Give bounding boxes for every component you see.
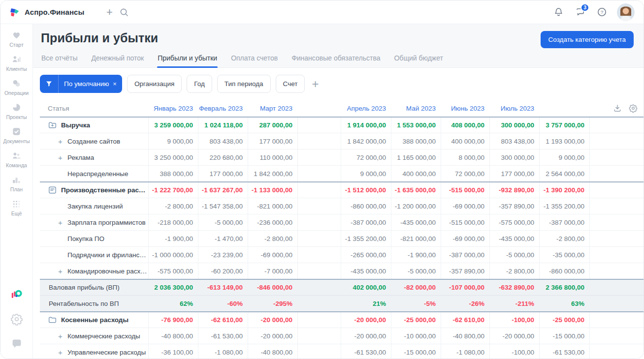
value-cell: -62 610,00 — [198, 312, 248, 328]
expand-plus-icon[interactable]: + — [58, 267, 63, 275]
download-icon[interactable] — [613, 104, 622, 113]
expand-plus-icon[interactable]: + — [58, 153, 63, 162]
value-cell: 402 000,00 — [341, 280, 391, 295]
settings-icon[interactable] — [629, 104, 638, 113]
value-cell: 220 680,00 — [198, 150, 248, 165]
value-cell: -40 800,00 — [441, 328, 489, 344]
value-cell: -60 200,00 — [198, 263, 248, 279]
row-label-cell[interactable]: Производственные расходы — [40, 182, 148, 198]
sidebar-item-team[interactable]: Команда — [1, 150, 32, 168]
tab-5[interactable]: Финансовые обязательства — [291, 53, 381, 67]
expand-plus-icon[interactable]: + — [58, 137, 63, 146]
add-filter-button[interactable]: + — [312, 78, 319, 90]
table-row: Подрядчики и фрилансеры-1 000 000,00-23 … — [40, 246, 644, 263]
sidebar-item-projects[interactable]: Проекты — [1, 102, 32, 120]
column-header-month-1[interactable]: Январь 2023 — [148, 100, 198, 117]
column-header-month-3[interactable]: Март 2023 — [248, 100, 297, 117]
avatar-image — [617, 3, 635, 21]
empty-cell — [297, 296, 341, 311]
brand-color-icon[interactable] — [10, 288, 23, 301]
search-button[interactable] — [117, 5, 131, 20]
folder-icon[interactable] — [48, 315, 57, 325]
column-header-month-6[interactable]: Июнь 2023 — [441, 100, 489, 117]
sidebar-item-label: Ещё — [11, 210, 22, 216]
value-cell: -5 000,00 — [391, 263, 441, 279]
row-label: Подрядчики и фрилансеры — [67, 251, 148, 259]
value-cell: 300 000,00 — [489, 118, 539, 133]
sidebar-item-documents[interactable]: Документы — [1, 126, 32, 144]
row-label-cell[interactable]: Косвенные расходы — [40, 312, 148, 328]
empty-cell — [297, 118, 341, 133]
filter-chip-1[interactable]: Организация — [127, 75, 182, 93]
row-label: Командировочные расходы — [67, 268, 148, 275]
filter-chip-2[interactable]: Год — [187, 75, 212, 93]
create-category-button[interactable]: Создать категорию учета — [541, 31, 634, 48]
row-tail-cell — [589, 344, 644, 359]
speech-bubble-icon[interactable] — [10, 337, 23, 350]
value-cell: 803 438,00 — [489, 133, 539, 149]
tab-4[interactable]: Оплата счетов — [230, 53, 278, 67]
folder-plus-icon[interactable] — [48, 120, 57, 130]
filter-remove-icon[interactable]: × — [113, 80, 117, 88]
pie-icon — [11, 102, 22, 113]
expand-plus-icon[interactable]: + — [58, 332, 63, 340]
tab-3[interactable]: Прибыли и убытки — [157, 53, 218, 67]
help-button[interactable]: ? — [595, 6, 608, 19]
value-cell: -265 000,00 — [341, 247, 391, 263]
value-cell: -860 000,00 — [539, 263, 589, 279]
value-cell: -387 000,00 — [539, 214, 589, 230]
messages-button[interactable]: 3 — [574, 6, 586, 19]
row-label-cell[interactable]: Выручка — [40, 118, 148, 133]
user-avatar[interactable] — [617, 3, 635, 21]
row-tail-cell — [589, 166, 644, 181]
empty-cell — [297, 214, 341, 230]
sidebar-item-clients[interactable]: Клиенты — [1, 54, 32, 72]
table-row: Выручка3 259 000,001 024 118,00287 000,0… — [40, 117, 644, 133]
value-cell: -846 000,00 — [248, 280, 297, 295]
row-label-cell: Покупка ПО — [40, 231, 148, 246]
search-icon — [119, 7, 129, 17]
column-header-month-4[interactable]: Апрель 2023 — [341, 100, 391, 117]
value-cell: -20 000,00 — [248, 312, 297, 328]
column-header-month-2[interactable]: Февраль 2023 — [198, 100, 248, 117]
row-label-cell: Закупка лицензий — [40, 198, 148, 214]
value-cell: -1 355 200,00 — [539, 198, 589, 214]
default-filter-chip[interactable]: По умолчанию × — [40, 75, 122, 93]
column-header-month-7[interactable]: Июль 2023 — [489, 100, 539, 117]
expand-plus-icon[interactable]: + — [58, 218, 63, 227]
app-logo[interactable]: Аспро.Финансы — [9, 7, 84, 18]
expand-plus-icon[interactable]: + — [58, 348, 63, 357]
notifications-button[interactable] — [552, 6, 565, 19]
value-cell: 400 000,00 — [441, 133, 489, 149]
note-icon[interactable] — [48, 185, 57, 195]
value-cell: -20 000,00 — [341, 312, 391, 328]
value-cell: 72 000,00 — [341, 150, 391, 165]
value-cell: -357 890,00 — [489, 198, 539, 214]
value-cell: 1 553 000,00 — [391, 118, 441, 133]
sidebar-item-label: Проекты — [6, 114, 27, 120]
value-cell: -575 000,00 — [489, 214, 539, 230]
filter-chip-4[interactable]: Счет — [276, 75, 305, 93]
sidebar-item-start[interactable]: Старт — [1, 30, 32, 48]
sidebar-item-plan[interactable]: План — [1, 175, 32, 192]
value-cell: -25 000,00 — [539, 312, 589, 328]
sidebar-item-operations[interactable]: Операции — [1, 78, 32, 96]
empty-cell — [297, 133, 341, 149]
value-cell: 9 000,00 — [148, 133, 198, 149]
value-cell: 803 438,00 — [198, 133, 248, 149]
sidebar-item-more[interactable]: Ещё — [1, 199, 32, 216]
gear-icon[interactable] — [10, 313, 23, 326]
people-icon — [11, 150, 22, 161]
quick-add-button[interactable]: + — [102, 5, 117, 20]
value-cell: -2 800,00 — [248, 231, 297, 246]
value-cell: -40 800,00 — [248, 344, 297, 359]
value-cell: -69 000,00 — [441, 198, 489, 214]
filter-chip-3[interactable]: Тип периода — [217, 75, 271, 93]
value-cell: 9 000,00 — [341, 166, 391, 181]
value-cell: -1 390 200,00 — [539, 182, 589, 198]
value-cell: -236 000,00 — [248, 214, 297, 230]
column-header-month-5[interactable]: Май 2023 — [391, 100, 441, 117]
tab-6[interactable]: Общий бюджет — [393, 53, 443, 67]
tab-2[interactable]: Денежный поток — [91, 53, 144, 67]
tab-1[interactable]: Все отчёты — [41, 53, 78, 67]
